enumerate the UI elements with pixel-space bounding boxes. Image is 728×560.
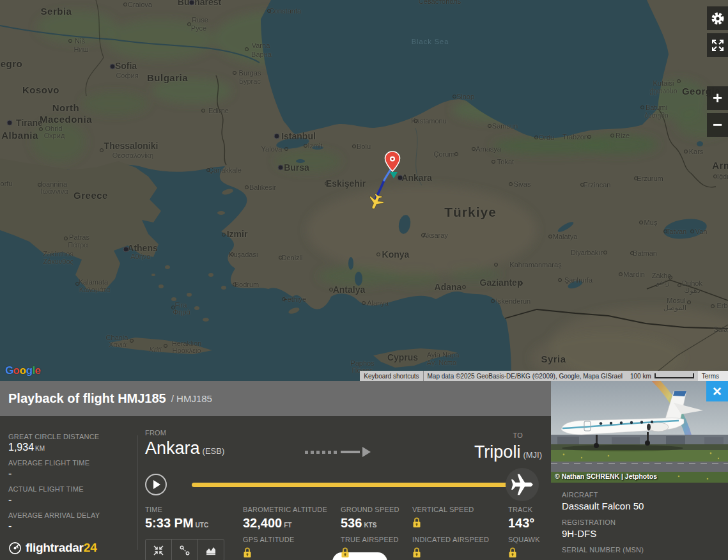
lock-icon [412, 517, 421, 528]
map-label: Syria [541, 354, 566, 364]
map-label: Sofia [115, 61, 137, 71]
map-label: Serbia [41, 6, 72, 17]
google-logo[interactable]: Google [5, 364, 41, 377]
route-view-button[interactable] [172, 540, 198, 560]
map-label: София [116, 72, 138, 79]
city-dot [494, 263, 498, 267]
city-dot [663, 229, 667, 233]
map-label: Denizli [281, 254, 302, 261]
close-button[interactable]: ✕ [706, 381, 728, 401]
map-label: North [52, 102, 80, 113]
map-label: Varna [252, 42, 270, 49]
zoom-in-button[interactable]: + [707, 86, 728, 110]
city-dot [304, 144, 307, 148]
map-label: Balıkesir [249, 183, 276, 191]
map-label: Erzincan [584, 181, 611, 189]
city-dot [509, 182, 513, 186]
map-label: Erb [716, 302, 727, 309]
city-dot [206, 168, 210, 172]
map-canvas[interactable]: SerbiaegroKosovoNorthMacedoniaAlbaniaBul… [0, 0, 728, 381]
city-dot [201, 109, 205, 113]
playback-slider-handle[interactable] [506, 468, 539, 501]
city-dot [130, 339, 134, 343]
city-dot [630, 251, 634, 255]
city-dot [274, 134, 280, 139]
map-label: Van [695, 228, 708, 235]
aircraft-photo[interactable]: © Nathan SCHRENK | Jetphotos ✕ [551, 381, 728, 483]
collapse-icon [153, 545, 164, 556]
aircraft-panel: © Nathan SCHRENK | Jetphotos ✕ AIRCRAFT … [551, 381, 728, 560]
city-dot [453, 95, 456, 98]
playback-progress-bar[interactable] [192, 483, 509, 487]
telemetry-altitude: BAROMETRIC ALTITUDE 32,400FT GPS ALTITUD… [243, 506, 327, 560]
route-from: FROM Ankara(ESB) [145, 429, 224, 458]
lock-icon [243, 547, 252, 558]
fullscreen-button[interactable] [707, 33, 728, 57]
map-label: Eskişehir [326, 178, 366, 189]
city-dot [713, 175, 717, 178]
city-dot [558, 278, 562, 282]
city-dot [230, 253, 234, 256]
to-city: Tripoli(MJI) [474, 442, 542, 462]
map-label: Sulay [713, 325, 728, 333]
lock-icon [341, 547, 350, 558]
map-label: Bursa [284, 162, 309, 173]
map-label: Samsun [492, 122, 518, 130]
area-chart-icon [205, 545, 217, 556]
map-label: Русе [191, 24, 206, 32]
map-label: Ankara [401, 173, 431, 183]
map-label: Aksaray [422, 231, 448, 239]
altitude-chart-button[interactable] [198, 540, 224, 560]
city-dot [534, 136, 538, 139]
map-label: Antalya [333, 284, 366, 295]
aircraft-photo-art [551, 381, 728, 483]
zoom-out-button[interactable]: − [707, 113, 728, 137]
city-dot [687, 300, 691, 304]
map-label: Ayia Napa [427, 351, 460, 359]
map-label: Albania [1, 130, 38, 141]
city-dot [123, 3, 127, 6]
city-dot [187, 22, 191, 26]
collapse-button[interactable] [146, 540, 172, 560]
map-label: Ruse [192, 16, 208, 24]
map-label: Greece [74, 190, 108, 201]
city-dot [110, 64, 116, 70]
map-label: Yalova [261, 145, 283, 153]
map-label: Πάτρα [68, 241, 88, 249]
keyboard-shortcuts-button[interactable]: Keyboard shortcuts [360, 371, 423, 381]
city-dot [491, 299, 495, 303]
playback-toolbar [145, 539, 224, 560]
play-button[interactable] [145, 474, 167, 495]
msn-field: SERIAL NUMBER (MSN) - [562, 546, 728, 560]
city-dot [492, 160, 495, 164]
play-icon [153, 480, 160, 489]
city-dot [603, 251, 607, 254]
map-label: ბათუმი [644, 111, 668, 120]
stat-actual-flight-time: ACTUAL FLIGHT TIME - [8, 485, 133, 506]
route-dots-arrow-icon [305, 447, 371, 457]
map-label: Burgas [239, 69, 261, 77]
city-dot [325, 182, 329, 185]
terms-link[interactable]: Terms [698, 371, 728, 381]
aircraft-info: AIRCRAFT Dassault Falcon 50 REGISTRATION… [551, 483, 728, 560]
map-label: ქუთაისი [650, 87, 678, 95]
city-dot [398, 175, 403, 181]
map-label: Αθήνα [130, 253, 150, 260]
city-dot [619, 272, 623, 276]
flight-stats: GREAT CIRCLE DISTANCE 1,934KM AVERAGE FL… [8, 416, 133, 555]
divider [137, 435, 138, 550]
map-label: Batman [633, 249, 657, 257]
map-attribution: Keyboard shortcuts Map data ©2025 GeoBas… [360, 371, 728, 381]
map-label: Αγ. Νάπα [427, 359, 457, 366]
city-dot [376, 253, 380, 256]
map-label: Φηρά [173, 308, 190, 316]
route-to: TO Tripoli(MJI) [474, 429, 542, 462]
stat-great-circle-distance: GREAT CIRCLE DISTANCE 1,934KM [8, 433, 133, 453]
map-label: Muş [644, 219, 658, 226]
flightradar24-logo[interactable]: flightradar24 [8, 541, 133, 555]
map-label: Fethiye [283, 295, 306, 303]
map-label: Sivas [514, 180, 531, 188]
map-settings-button[interactable] [707, 6, 728, 30]
map-label: Black Sea [412, 38, 449, 45]
map-label: Batumi [646, 104, 667, 111]
